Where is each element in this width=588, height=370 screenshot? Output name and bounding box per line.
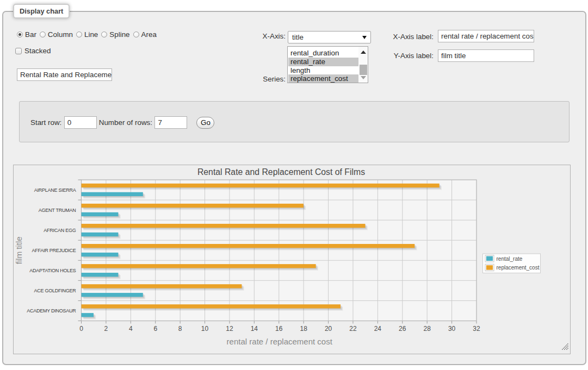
bar-replacement_cost-ace-goldfinger (82, 284, 242, 288)
go-button[interactable]: Go (196, 117, 214, 129)
bar-replacement_cost-airplane-sierra (82, 184, 440, 187)
x-tick-label: 14 (251, 325, 258, 333)
y-category-label: ACE GOLDFINGER (34, 288, 76, 293)
series-option-length[interactable]: length (288, 66, 359, 75)
select-dropdown-arrow-icon (362, 36, 367, 39)
stacked-checkbox-row[interactable]: Stacked (15, 47, 51, 55)
stacked-checkbox[interactable] (15, 48, 22, 54)
column-radio-label: Column (48, 30, 73, 39)
x-tick-label: 4 (129, 325, 133, 333)
radio-item-area[interactable]: Area (133, 30, 157, 39)
x-tick-label: 32 (473, 325, 480, 333)
radio-item-spline[interactable]: Spline (101, 30, 129, 39)
fieldset-legend: Display chart (13, 4, 70, 18)
bar-rental_rate-academy-dinosaur (82, 313, 94, 317)
series-option-rental-duration[interactable]: rental_duration (288, 49, 359, 58)
x-tick-label: 2 (104, 325, 108, 333)
bar-rental_rate-agent-truman (82, 212, 119, 216)
y-category-label: AFFAIR PREJUDICE (32, 248, 76, 253)
legend-label-rental_rate: rental_rate (497, 256, 523, 262)
scrollbar-thumb[interactable] (360, 65, 367, 75)
x-tick-label: 16 (275, 325, 283, 333)
x-axis-label-input[interactable] (438, 30, 534, 42)
radio-item-column[interactable]: Column (40, 30, 73, 39)
x-tick-label: 10 (201, 325, 209, 333)
legend-swatch-replacement_cost (486, 265, 493, 270)
y-axis-title: film title (14, 236, 23, 264)
series-option-rental-rate[interactable]: rental_rate (288, 58, 359, 66)
stacked-checkbox-label: Stacked (24, 47, 51, 55)
bar-radio[interactable] (17, 32, 23, 37)
x-tick-label: 20 (325, 325, 332, 333)
chart-type-radio-group: Bar Column Line Spline Area (17, 30, 160, 39)
rows-panel: Start row: Number of rows: Go (19, 101, 570, 142)
x-axis-label-field-label: X-Axis label: (375, 33, 434, 41)
radio-item-line[interactable]: Line (76, 30, 98, 39)
legend-swatch-rental_rate (486, 256, 493, 261)
start-row-label: Start row: (30, 118, 61, 127)
bar-replacement_cost-academy-dinosaur (82, 304, 341, 308)
bar-rental_rate-ace-goldfinger (82, 293, 143, 297)
series-multiselect-list[interactable]: rental_duration rental_rate length repla… (287, 46, 368, 83)
series-list-label: Series: (228, 75, 286, 83)
y-category-label: ADAPTATION HOLES (29, 268, 76, 273)
line-radio[interactable] (76, 32, 82, 37)
bar-replacement_cost-affair-prejudice (82, 244, 415, 248)
bar-chart: 02468101214161820222426283032AIRPLANE SI… (14, 165, 570, 354)
y-category-label: AFRICAN EGG (44, 228, 76, 233)
area-radio[interactable] (133, 32, 139, 37)
num-rows-input[interactable] (154, 116, 187, 129)
start-row-input[interactable] (64, 116, 97, 129)
y-category-label: AGENT TRUMAN (39, 208, 76, 213)
x-tick-label: 12 (226, 325, 233, 333)
bar-replacement_cost-agent-truman (82, 204, 304, 208)
legend-label-replacement_cost: replacement_cost (497, 265, 540, 271)
bar-replacement_cost-african-egg (82, 224, 366, 228)
scrollbar-down-arrow-icon[interactable] (361, 76, 366, 79)
line-radio-label: Line (84, 30, 98, 39)
y-axis-label-input[interactable] (438, 49, 534, 62)
column-radio[interactable] (40, 32, 46, 37)
x-tick-label: 0 (79, 325, 83, 333)
y-category-label: AIRPLANE SIERRA (34, 187, 76, 193)
bar-replacement_cost-adaptation-holes (82, 264, 316, 268)
x-tick-label: 18 (300, 325, 307, 333)
bar-rental_rate-adaptation-holes (82, 273, 119, 277)
x-tick-label: 8 (178, 325, 182, 333)
bar-rental_rate-african-egg (82, 233, 119, 236)
x-tick-label: 30 (448, 325, 456, 333)
bar-radio-label: Bar (25, 30, 36, 39)
chart-legend: rental_ratereplacement_cost (483, 254, 541, 273)
y-category-label: ACADEMY DINOSAUR (27, 308, 76, 313)
chart-title: Rental Rate and Replacement Cost of Film… (197, 167, 365, 177)
spline-radio[interactable] (101, 32, 107, 37)
area-radio-label: Area (141, 30, 157, 39)
num-rows-label: Number of rows: (99, 118, 152, 127)
bar-rental_rate-airplane-sierra (82, 192, 143, 196)
x-tick-label: 26 (399, 325, 406, 333)
resize-grip-icon[interactable] (562, 344, 568, 350)
series-list-scrollbar[interactable] (358, 47, 368, 83)
chart-title-input[interactable] (17, 68, 112, 81)
x-axis-title: rental rate / replacement cost (227, 337, 333, 346)
x-tick-label: 6 (153, 325, 157, 333)
scrollbar-up-arrow-icon[interactable] (361, 51, 366, 54)
x-tick-label: 24 (374, 325, 382, 333)
chart-container: 02468101214161820222426283032AIRPLANE SI… (13, 165, 571, 354)
series-option-replacement-cost[interactable]: replacement_cost (288, 74, 359, 83)
x-axis-selected-value: title (292, 33, 304, 41)
x-axis-select-label: X-Axis: (228, 32, 286, 40)
y-axis-label-field-label: Y-Axis label: (375, 52, 434, 60)
bar-rental_rate-affair-prejudice (82, 253, 119, 256)
spline-radio-label: Spline (109, 30, 129, 39)
x-axis-select[interactable]: title (288, 31, 371, 43)
x-tick-label: 22 (349, 325, 357, 333)
x-tick-label: 28 (424, 325, 431, 333)
radio-item-bar[interactable]: Bar (17, 30, 36, 39)
